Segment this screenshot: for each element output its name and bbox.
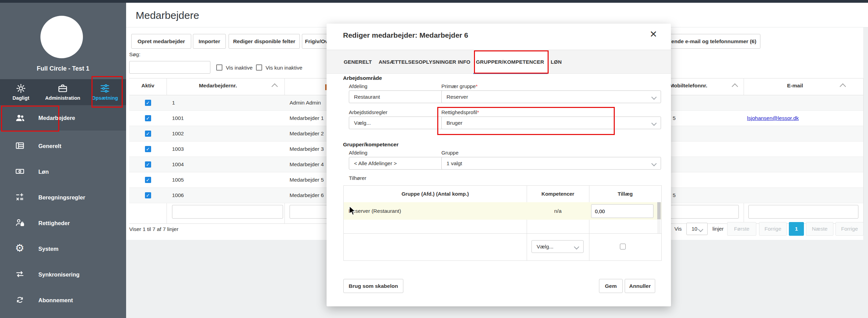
close-icon[interactable]: ✕ (649, 29, 657, 40)
page-size-label: Vis (674, 226, 682, 232)
refresh-icon (15, 295, 25, 306)
page-size-select[interactable]: 10 (686, 223, 708, 235)
missing-email-phone-button-clipped[interactable]: lende e-mail og telefonnummer (6) (666, 34, 760, 49)
employee-number: 1004 (167, 157, 284, 172)
rights-profile-select[interactable]: Bruger (441, 117, 661, 129)
money-icon (15, 167, 25, 178)
column-header-medarbejdernr[interactable]: Medarbejdernr. (167, 83, 269, 89)
nav-item-administration[interactable]: Administration (42, 79, 84, 108)
column-header-email[interactable]: E-mail (744, 83, 846, 89)
tillaeg-checkbox[interactable] (620, 244, 626, 249)
cancel-button[interactable]: Annuller (625, 279, 655, 293)
row-active-checkbox[interactable]: ✓ (145, 131, 151, 137)
chevron-down-icon (651, 121, 657, 126)
edit-available-fields-button[interactable]: Rediger disponible felter (229, 34, 300, 49)
sidebar-item-medarbejdere[interactable]: Medarbejdere (0, 105, 126, 131)
briefcase-icon (42, 83, 84, 94)
work-area-heading: Arbejdsområde (343, 75, 382, 81)
row-active-checkbox[interactable]: ✓ (145, 100, 151, 106)
mouse-cursor (349, 206, 356, 218)
show-only-inactive-label: Vis kun inaktive (266, 65, 302, 71)
pagination-last-button[interactable]: Forrige (835, 222, 864, 236)
check-icon: ✓ (146, 131, 150, 136)
tillaeg-input[interactable] (591, 204, 653, 218)
use-as-template-button[interactable]: Brug som skabelon (343, 279, 403, 293)
modal-tab-bar: GENERELT ANSÆTTELSESOPLYSNINGER INFO GRU… (327, 50, 671, 74)
check-icon: ✓ (146, 146, 150, 152)
row-active-checkbox[interactable]: ✓ (145, 115, 151, 121)
edit-employee-modal: Rediger medarbejder: Medarbejder 6 ✕ GEN… (327, 24, 671, 306)
pagination-page-1-button[interactable]: 1 (789, 222, 804, 236)
gear-icon: ⚙ (15, 243, 24, 253)
row-active-checkbox[interactable]: ✓ (145, 192, 151, 198)
sidebar-item-loen[interactable]: Løn (0, 159, 126, 184)
column-header-aktiv: Aktiv (129, 83, 167, 89)
employee-email (744, 95, 863, 110)
people-icon (15, 113, 25, 124)
save-button[interactable]: Gem (599, 279, 623, 293)
show-only-inactive-checkbox[interactable] (256, 64, 262, 71)
check-icon: ✓ (146, 115, 150, 121)
primary-group-label: Primær gruppe* (441, 83, 478, 89)
filter-email-input[interactable] (748, 205, 858, 219)
sidebar-item-label: Generelt (38, 133, 61, 159)
belongs-col-group: Gruppe (Afd.) (Antal komp.) (344, 186, 527, 202)
check-icon: ✓ (146, 100, 150, 106)
nav-item-dagligt[interactable]: Dagligt (0, 79, 42, 108)
row-active-checkbox[interactable]: ✓ (145, 146, 151, 152)
email-link[interactable]: lsjohansen@lessor.dk (747, 115, 799, 121)
belongs-table: Gruppe (Afd.) (Antal komp.) Kompetencer … (343, 185, 662, 261)
tab-info[interactable]: INFO (458, 50, 470, 74)
sidebar-item-system[interactable]: ⚙ System (0, 236, 126, 261)
sidebar-item-abonnement[interactable]: Abonnement (0, 288, 126, 313)
chevron-down-icon (574, 244, 579, 250)
employee-email (744, 126, 863, 141)
required-asterisk: * (477, 109, 479, 115)
nav-item-opsaetning[interactable]: Opsætning (84, 79, 126, 108)
sidebar: Full Circle - Test 1 Dagligt (0, 3, 126, 318)
pagination-next-button[interactable]: Næste (806, 222, 833, 236)
sidebar-item-synkronisering[interactable]: Synkronisering (0, 262, 126, 287)
required-asterisk: * (476, 83, 478, 89)
filter-number-input[interactable] (172, 205, 283, 219)
pagination-prev-button[interactable]: Forrige (759, 222, 787, 236)
work-time-rules-value: Vælg... (354, 120, 371, 126)
employee-number: 1002 (167, 126, 284, 141)
show-inactive-checkbox[interactable] (216, 64, 222, 71)
belongs-col-kompetencer: Kompetencer (527, 186, 589, 202)
sidebar-item-beregningsregler[interactable]: Beregningsregler (0, 185, 126, 210)
sidebar-item-label: System (38, 236, 59, 261)
group-value: 1 valgt (447, 160, 462, 167)
search-label: Søg: (129, 51, 140, 58)
create-employee-button[interactable]: Opret medarbejder (131, 34, 191, 49)
group-select[interactable]: 1 valgt (441, 157, 661, 170)
sidebar-item-rettigheder[interactable]: Rettigheder (0, 210, 126, 236)
row-active-checkbox[interactable]: ✓ (145, 177, 151, 183)
employee-email (744, 172, 863, 187)
tab-grupper-kompetencer[interactable]: GRUPPER/KOMPETENCER (476, 50, 544, 74)
tab-generelt[interactable]: GENERELT (344, 50, 372, 74)
check-icon: ✓ (146, 177, 150, 183)
employee-number: 1 (167, 95, 284, 110)
sidebar-item-generelt[interactable]: Generelt (0, 133, 126, 159)
belongs-row[interactable]: Reserver (Restaurant) n/a (344, 202, 661, 220)
row-active-checkbox[interactable]: ✓ (145, 161, 151, 168)
calculator-icon (15, 192, 25, 203)
tab-loen[interactable]: LØN (551, 50, 562, 74)
scrollbar-track[interactable] (657, 202, 661, 233)
scrollbar-thumb[interactable] (657, 202, 661, 219)
employee-email (744, 188, 863, 203)
primary-group-select[interactable]: Reserver (441, 90, 661, 103)
groups-department-value: < Alle Afdelinger > (354, 160, 397, 167)
tab-ansaettelsesoplysninger[interactable]: ANSÆTTELSESOPLYSNINGER (379, 50, 456, 74)
company-name: Full Circle - Test 1 (0, 65, 126, 72)
rights-profile-value: Bruger (447, 120, 463, 126)
group-label: Gruppe (441, 150, 459, 156)
employee-email (744, 157, 863, 172)
kompetencer-select[interactable]: Vælg... (531, 240, 584, 253)
groups-heading: Grupper/kompetencer (343, 142, 399, 148)
search-input[interactable] (129, 61, 210, 74)
person-lock-icon (15, 218, 25, 229)
import-button[interactable]: Importer (193, 34, 226, 49)
pagination-first-button[interactable]: Første (727, 222, 756, 236)
